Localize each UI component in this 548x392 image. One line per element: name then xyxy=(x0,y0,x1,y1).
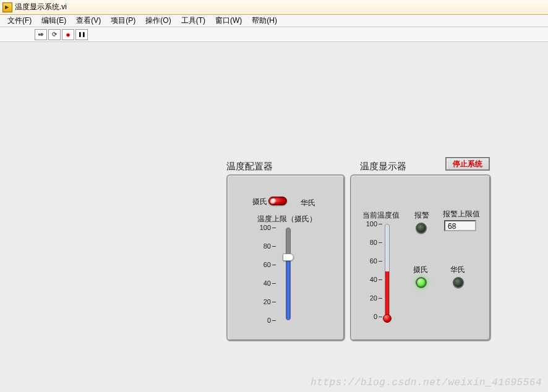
thermo-tick: 0 xyxy=(361,313,384,320)
menu-file[interactable]: 文件(F) xyxy=(2,14,36,27)
toolbar xyxy=(0,27,548,42)
alarm-label: 报警 xyxy=(414,210,429,221)
slider-tick: 100 xyxy=(255,224,278,231)
pause-button[interactable] xyxy=(75,29,88,40)
menu-tools[interactable]: 工具(T) xyxy=(176,14,210,27)
front-panel-canvas: 温度配置器 温度显示器 停止系统 摄氏 华氏 温度上限（摄氏） 10080604… xyxy=(0,42,548,392)
thermo-bulb xyxy=(383,314,392,323)
stop-system-button[interactable]: 停止系统 xyxy=(445,157,490,171)
thermo-fill xyxy=(385,271,389,316)
current-temp-label: 当前温度值 xyxy=(362,210,400,221)
unit-toggle[interactable] xyxy=(268,197,287,205)
title-bar: 温度显示系统.vi xyxy=(0,0,548,15)
thermo-tick: 20 xyxy=(361,294,384,302)
thermo-tick: 80 xyxy=(361,239,384,246)
fahrenheit-led xyxy=(453,277,464,288)
thermo-tick: 60 xyxy=(361,257,384,265)
slider-tick: 40 xyxy=(255,279,278,287)
config-panel-title: 温度配置器 xyxy=(226,161,273,173)
watermark: https://blog.csdn.net/weixin_41695564 xyxy=(310,377,542,388)
config-panel: 摄氏 华氏 温度上限（摄氏） 100806040200 xyxy=(226,174,345,341)
alarm-limit-label: 报警上限值 xyxy=(443,209,480,219)
menu-window[interactable]: 窗口(W) xyxy=(210,14,247,27)
menu-operate[interactable]: 操作(O) xyxy=(140,14,176,27)
fahrenheit-toggle-label: 华氏 xyxy=(301,198,315,208)
slider-tick: 60 xyxy=(255,261,278,268)
slider-knob[interactable] xyxy=(283,254,294,261)
app-icon xyxy=(2,2,12,12)
menu-view[interactable]: 查看(V) xyxy=(71,14,106,27)
limit-label: 温度上限（摄氏） xyxy=(257,214,317,224)
celsius-led-label: 摄氏 xyxy=(413,265,428,275)
thermo-track xyxy=(385,224,390,317)
thermometer: 100806040200 xyxy=(361,221,405,326)
fahrenheit-led-label: 华氏 xyxy=(450,265,465,275)
celsius-led xyxy=(416,277,427,288)
alarm-limit-value[interactable]: 68 xyxy=(444,220,476,231)
display-panel: 当前温度值 报警 报警上限值 68 100806040200 摄氏 华氏 xyxy=(350,174,491,341)
display-panel-title: 温度显示器 xyxy=(360,161,406,173)
run-button[interactable] xyxy=(35,29,47,40)
menu-project[interactable]: 项目(P) xyxy=(106,14,140,27)
thermo-tick: 100 xyxy=(361,220,384,228)
menu-edit[interactable]: 编辑(E) xyxy=(36,14,71,27)
alarm-led xyxy=(416,223,427,234)
menu-help[interactable]: 帮助(H) xyxy=(247,14,282,27)
slider-tick: 20 xyxy=(255,298,278,305)
run-continuous-button[interactable] xyxy=(48,29,61,40)
thermo-tick: 40 xyxy=(361,276,384,283)
abort-button[interactable] xyxy=(62,29,74,40)
limit-slider[interactable]: 100806040200 xyxy=(255,225,304,330)
slider-track xyxy=(286,228,291,320)
slider-fill xyxy=(286,257,290,320)
menu-bar: 文件(F) 编辑(E) 查看(V) 项目(P) 操作(O) 工具(T) 窗口(W… xyxy=(0,15,548,27)
celsius-toggle-label: 摄氏 xyxy=(252,197,267,207)
window-title: 温度显示系统.vi xyxy=(15,2,67,12)
slider-tick: 80 xyxy=(255,242,278,250)
slider-tick: 0 xyxy=(255,317,278,324)
